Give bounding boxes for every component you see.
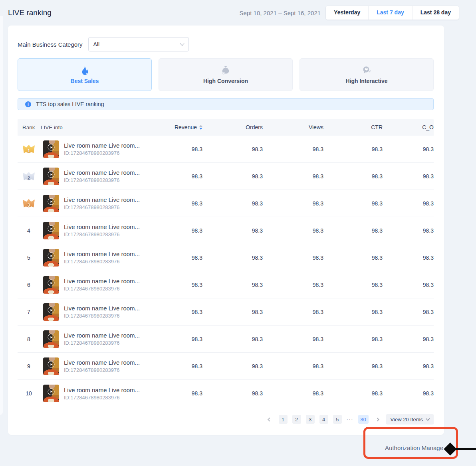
- live-thumbnail[interactable]: [43, 195, 59, 212]
- rank-number: 8: [27, 336, 30, 342]
- page-button-3[interactable]: 3: [306, 415, 315, 424]
- views-value: 98.3: [264, 255, 325, 261]
- ctr-value: 98.3: [325, 390, 384, 397]
- rank-number: 3: [28, 203, 30, 207]
- live-room-id: ID:17284678980283976: [64, 395, 140, 401]
- table-row[interactable]: 9 Live room name Live room... ID:1728467…: [18, 353, 434, 380]
- page-button-5[interactable]: 5: [333, 415, 342, 424]
- sort-carets-icon[interactable]: [199, 125, 202, 130]
- table-row[interactable]: 1 Live room name Live room... ID:1728467…: [18, 136, 434, 163]
- table-row[interactable]: 4 Live room name Live room... ID:1728467…: [18, 217, 434, 244]
- page-button-1[interactable]: 1: [279, 415, 288, 424]
- revenue-value: 98.3: [168, 336, 204, 342]
- rank-number: 10: [26, 390, 32, 397]
- live-room-id: ID:17284678980283976: [64, 367, 140, 373]
- live-room-title[interactable]: Live room name Live room...: [64, 223, 140, 230]
- live-thumbnail[interactable]: [43, 276, 59, 294]
- tab-high-interactive[interactable]: High Interactive: [299, 58, 434, 91]
- live-room-title[interactable]: Live room name Live room...: [64, 278, 140, 284]
- tab-label: Best Sales: [71, 78, 99, 84]
- range-button-last-7-day[interactable]: Last 7 day: [368, 6, 412, 20]
- ctr-value: 98.3: [325, 336, 384, 342]
- ctr-value: 98.3: [325, 227, 384, 234]
- table-row[interactable]: 5 Live room name Live room... ID:1728467…: [18, 244, 434, 271]
- live-thumbnail[interactable]: [43, 357, 59, 375]
- table-row[interactable]: 3 Live room name Live room... ID:1728467…: [18, 190, 434, 217]
- live-room-id: ID:17284678980283976: [64, 204, 140, 210]
- rank-number: 2: [28, 176, 30, 180]
- c-o-value: 98.3: [384, 282, 434, 288]
- tab-high-conversion[interactable]: High Conversion: [159, 58, 293, 91]
- table-row[interactable]: 2 Live room name Live room... ID:1728467…: [18, 163, 434, 190]
- chevron-left-icon: [268, 417, 272, 421]
- column-header-revenue[interactable]: Revenue: [168, 124, 204, 130]
- rank-medal: 4: [22, 225, 35, 236]
- range-button-last-28-day[interactable]: Last 28 day: [412, 6, 459, 20]
- views-value: 98.3: [264, 227, 325, 234]
- table-row[interactable]: 8 Live room name Live room... ID:1728467…: [18, 326, 434, 353]
- table-row[interactable]: 7 Live room name Live room... ID:1728467…: [18, 298, 434, 326]
- table-row[interactable]: 10 Live room name Live room... ID:172846…: [18, 380, 434, 407]
- page-button-2[interactable]: 2: [292, 415, 301, 424]
- info-icon: [25, 101, 31, 107]
- c-o-value: 98.3: [384, 173, 434, 180]
- live-thumbnail[interactable]: [43, 222, 59, 239]
- next-page-button[interactable]: [373, 415, 381, 424]
- range-button-yesterday[interactable]: Yesterday: [326, 6, 368, 20]
- orders-value: 98.3: [204, 255, 264, 261]
- live-room-title[interactable]: Live room name Live room...: [64, 359, 140, 366]
- live-room-id: ID:17284678980283976: [64, 231, 140, 237]
- c-o-value: 98.3: [384, 200, 434, 207]
- rank-medal: 7: [22, 307, 35, 317]
- live-room-title[interactable]: Live room name Live room...: [64, 251, 140, 257]
- chevron-right-icon: [375, 417, 379, 421]
- live-room-id: ID:17284678980283976: [64, 286, 140, 292]
- chevron-down-icon: [426, 417, 430, 421]
- table-header-row: Rank LIVE info Revenue Orders Views CTR …: [18, 119, 434, 136]
- rank-medal: 2: [22, 171, 35, 182]
- live-interactive-icon: [362, 65, 371, 75]
- ctr-value: 98.3: [325, 282, 384, 288]
- page-button-current[interactable]: 30: [358, 415, 369, 424]
- tab-best-sales[interactable]: Best Sales: [18, 58, 152, 91]
- previous-page-button[interactable]: [266, 415, 274, 424]
- rank-number: 1: [28, 148, 30, 153]
- rank-medal: 10: [22, 388, 35, 399]
- live-room-title[interactable]: Live room name Live room...: [64, 387, 140, 393]
- live-thumbnail[interactable]: [43, 249, 59, 267]
- live-room-title[interactable]: Live room name Live room...: [64, 305, 140, 312]
- orders-value: 98.3: [204, 146, 264, 152]
- top-bar: LIVE ranking Sept 10, 2021 – Sept 16, 20…: [0, 0, 476, 20]
- live-thumbnail[interactable]: [43, 330, 59, 348]
- c-o-value: 98.3: [384, 390, 434, 397]
- c-o-value: 98.3: [384, 309, 434, 315]
- live-room-title[interactable]: Live room name Live room...: [64, 142, 140, 149]
- orders-value: 98.3: [204, 363, 264, 369]
- play-icon: [48, 225, 55, 232]
- table-row[interactable]: 6 Live room name Live room... ID:1728467…: [18, 271, 434, 298]
- live-thumbnail[interactable]: [43, 385, 59, 402]
- ranking-card: Main Business Category All Best Sales Hi…: [8, 26, 444, 435]
- page-button-4[interactable]: 4: [319, 415, 328, 424]
- page-size-label: View 20 Items: [391, 417, 423, 423]
- live-room-id: ID:17284678980283976: [64, 259, 140, 265]
- rank-medal: 3: [22, 198, 35, 209]
- live-thumbnail[interactable]: [43, 140, 59, 158]
- live-room-title[interactable]: Live room name Live room...: [64, 196, 140, 203]
- chevron-down-icon: [180, 41, 184, 45]
- revenue-value: 98.3: [168, 227, 204, 234]
- authorization-manage-link[interactable]: Authorization Manage: [385, 444, 443, 451]
- collapsed-sidebar-edge: [0, 16, 3, 415]
- category-select[interactable]: All: [88, 37, 189, 51]
- live-room-title[interactable]: Live room name Live room...: [64, 169, 140, 176]
- live-room-title[interactable]: Live room name Live room...: [64, 332, 140, 339]
- live-thumbnail[interactable]: [43, 303, 59, 321]
- footer: Authorization Manage: [0, 435, 476, 460]
- rank-number: 9: [27, 363, 30, 369]
- live-room-id: ID:17284678980283976: [64, 340, 140, 346]
- page-size-select[interactable]: View 20 Items: [386, 414, 434, 425]
- live-thumbnail[interactable]: [43, 168, 59, 185]
- ctr-value: 98.3: [325, 255, 384, 261]
- ctr-value: 98.3: [325, 200, 384, 207]
- ctr-value: 98.3: [325, 173, 384, 180]
